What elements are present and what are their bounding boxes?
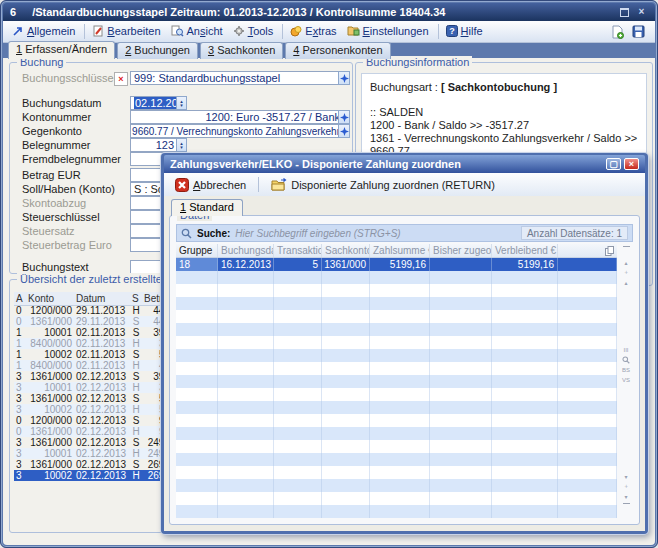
empty-cell [558, 401, 617, 414]
dialog-restore-button[interactable]: ▢ [606, 158, 621, 170]
empty-cell [430, 284, 492, 297]
menu-item-einstellungen[interactable]: Einstellungen [343, 24, 435, 39]
scroll-to-bottom-icon[interactable] [623, 503, 630, 514]
empty-row[interactable] [176, 479, 617, 492]
scroll-row-up-icon[interactable]: ▴ [619, 277, 633, 287]
menu-item-extras[interactable]: Extras [286, 24, 342, 39]
extras-icon [290, 25, 302, 37]
save-button[interactable] [632, 25, 645, 38]
empty-row[interactable] [176, 362, 617, 375]
info-line: 1200 - Bank / Saldo >> -3517.27 [370, 119, 638, 132]
empty-row[interactable] [176, 349, 617, 362]
vs-view-icon[interactable]: VS [619, 375, 633, 385]
kontonummer-dropdown-button[interactable] [338, 110, 350, 124]
main-window: 6 /Standardbuchungsstapel Zeitraum: 01.2… [0, 0, 658, 548]
cancel-button[interactable]: Abbrechen [170, 176, 251, 194]
new-document-button[interactable] [611, 25, 624, 39]
empty-cell [322, 310, 370, 323]
restore-button[interactable] [618, 7, 631, 18]
cell-s: S [130, 459, 142, 470]
empty-row[interactable] [176, 492, 617, 505]
dialog-close-button[interactable]: × [624, 158, 639, 170]
scroll-to-bottom-icon[interactable]: ▾ [619, 491, 633, 501]
empty-row[interactable] [176, 427, 617, 440]
tab-erfassen-aendern[interactable]: 1 Erfassen/Ändern [8, 41, 115, 59]
empty-row[interactable] [176, 284, 617, 297]
gegenkonto-dropdown-button[interactable] [338, 124, 350, 138]
menu-item-bearbeiten[interactable]: Bearbeiten [88, 24, 166, 39]
view-magnifier-icon [171, 25, 184, 37]
empty-row[interactable] [176, 297, 617, 310]
menu-item-allgemein[interactable]: Allgemein [8, 24, 81, 39]
scroll-to-top-icon[interactable] [623, 246, 630, 257]
empty-cell [218, 427, 274, 440]
scroll-page-up-icon[interactable]: ＋ [619, 267, 633, 277]
cell-datum: 29.11.2013 [74, 316, 130, 327]
tab-personenkonten[interactable]: 4 Personenkonten [285, 42, 390, 59]
toolbar-separator [282, 24, 283, 39]
close-icon: × [629, 160, 634, 169]
empty-row[interactable] [176, 323, 617, 336]
empty-row[interactable] [176, 440, 617, 453]
copy-grid-button[interactable] [558, 244, 617, 257]
empty-row[interactable] [176, 375, 617, 388]
bs-view-icon[interactable]: BS [619, 365, 633, 375]
selected-payment-row[interactable]: 18 16.12.2013 /Mo 5 1361/000 5199,16 519… [176, 258, 617, 271]
empty-cell [176, 466, 218, 479]
kontonummer-combobox[interactable]: 1200: Euro -3517.27 / Bank [130, 110, 344, 124]
empty-cell [370, 349, 430, 362]
tab-sachkonten[interactable]: 3 Sachkonten [200, 42, 283, 59]
empty-cell [492, 505, 558, 518]
empty-row[interactable] [176, 271, 617, 284]
empty-cell [370, 336, 430, 349]
empty-cell [322, 388, 370, 401]
empty-cell [176, 336, 218, 349]
empty-cell [322, 349, 370, 362]
empty-row[interactable] [176, 453, 617, 466]
dialog-tab-standard[interactable]: 1 Standard [171, 199, 243, 216]
tab-buchungen[interactable]: 2 Buchungen [117, 42, 198, 59]
cell-konto: 10002 [26, 404, 74, 415]
cell-s: H [130, 360, 142, 371]
empty-cell [274, 505, 322, 518]
column-options-icon[interactable]: III [619, 345, 633, 355]
gegenkonto-combobox[interactable]: 1361: Euro 9660.77 / Verrechnungskonto Z… [130, 124, 344, 138]
empty-row[interactable] [176, 466, 617, 479]
assign-payment-button[interactable]: Disponierte Zahlung zuordnen (RETURN) [266, 176, 500, 193]
buchungsschluessel-combobox[interactable]: 999: Standardbuchungsstapel [130, 71, 344, 85]
buchungsdatum-input[interactable]: 02.12.2013 [130, 96, 178, 110]
empty-row[interactable] [176, 388, 617, 401]
close-button[interactable]: × [635, 7, 648, 18]
scroll-row-down-icon[interactable]: ▾ [619, 471, 633, 481]
cell-a: 1 [14, 360, 26, 371]
search-rows-icon[interactable] [619, 355, 633, 365]
empty-cell [558, 310, 617, 323]
buchungsschluessel-dropdown-button[interactable] [338, 71, 350, 85]
column-header-s: S [130, 293, 142, 304]
belegnummer-spinner[interactable]: ▴▾ [176, 138, 187, 152]
empty-row[interactable] [176, 401, 617, 414]
empty-row[interactable] [176, 505, 617, 518]
search-bar[interactable]: Suche: Hier Suchbegriff eingeben (STRG+S… [176, 224, 633, 242]
column-header-verbleibend: Verbleibend € [492, 244, 558, 257]
cell-konto: 10001 [26, 327, 74, 338]
empty-row[interactable] [176, 414, 617, 427]
empty-cell [430, 375, 492, 388]
empty-cell [176, 362, 218, 375]
search-label: Suche: [197, 228, 230, 239]
scroll-page-down-icon[interactable]: ＋ [619, 481, 633, 491]
menu-item-ansicht[interactable]: Ansicht [167, 24, 229, 39]
empty-row[interactable] [176, 336, 617, 349]
empty-cell [274, 492, 322, 505]
toolbar-separator [84, 24, 85, 39]
menu-item-tools[interactable]: Tools [229, 24, 280, 39]
empty-cell [558, 336, 617, 349]
menu-item-hilfe[interactable]: ? Hilfe [442, 24, 489, 39]
belegnummer-input[interactable]: 123 [130, 138, 178, 152]
cell-konto: 1361/000 [26, 459, 74, 470]
empty-row[interactable] [176, 310, 617, 323]
scroll-to-top-icon[interactable]: ▴ [619, 257, 633, 267]
settings-folder-icon [347, 25, 360, 37]
buchungsdatum-spinner[interactable]: ▴▾ [176, 96, 187, 110]
clear-buchungsschluessel-button[interactable]: × [114, 72, 128, 86]
